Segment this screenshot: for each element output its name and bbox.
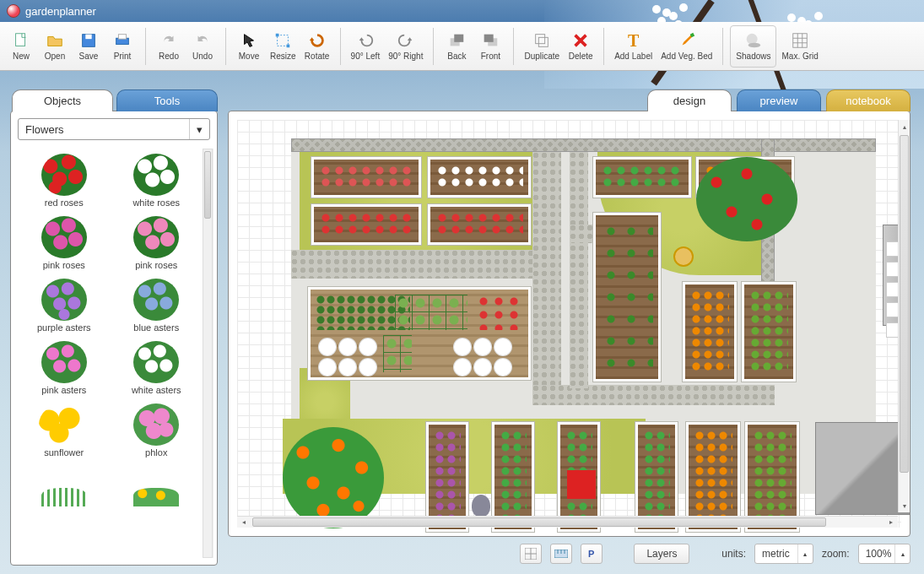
flower-icon [133,403,179,446]
delete-button[interactable]: Delete [565,25,597,68]
move-button[interactable]: Move [233,25,265,68]
p-button[interactable]: P [581,544,602,564]
palette-item[interactable]: white roses [112,152,202,208]
canvas-vertical-scrollbar[interactable]: ▴▾ [898,120,910,512]
grid-toggle-button[interactable] [520,544,542,564]
tab-objects[interactable]: Objects [12,89,113,111]
palette-scrollbar[interactable] [203,149,213,558]
rotate-label: Rotate [305,51,329,61]
front-icon [481,31,500,50]
rotate-button[interactable]: Rotate [301,25,333,68]
carrot-icon [678,31,696,50]
undo-label: Undo [192,51,213,61]
shadows-label: Shadows [736,51,770,61]
duplicate-label: Duplicate [524,51,559,61]
palette-item[interactable]: white asters [112,339,202,395]
status-bar: P Layers units: metric▴ zoom: 100%▴ [228,540,910,567]
redo-button[interactable]: Redo [153,25,185,68]
move-label: Move [239,51,259,61]
front-label: Front [481,51,500,61]
category-dropdown[interactable]: Flowers ▾ [18,118,210,140]
rotate-left-label: 90° Left [351,51,381,61]
rotate-left-button[interactable]: 90° Left [348,25,384,68]
new-button[interactable]: New [5,25,37,68]
category-dropdown-value: Flowers [25,123,64,136]
flower-icon [41,341,87,383]
svg-rect-16 [793,34,808,48]
add-label-button[interactable]: TAdd Label [611,25,656,68]
zoom-select[interactable]: 100%▴ [858,544,910,564]
flower-icon [133,154,179,196]
undo-button[interactable]: Undo [186,25,219,68]
units-select[interactable]: metric▴ [754,544,813,564]
palette-item-label: white asters [132,385,181,395]
toolbar-separator [603,28,604,65]
palette-item-label: pink roses [135,260,177,270]
palette-item-label: white roses [132,198,180,208]
tab-design[interactable]: design [647,89,732,111]
palette-item[interactable]: purple asters [19,277,109,333]
palette-item[interactable]: blue asters [112,277,202,333]
palette-item[interactable]: pink asters [19,339,109,395]
palette-item[interactable]: pink roses [19,214,109,270]
layers-button[interactable]: Layers [634,544,689,564]
tab-objects-label: Objects [44,95,81,107]
toolbar-separator [225,28,226,65]
flower-icon [41,154,87,196]
flower-icon [41,216,87,258]
add-veg-bed-button[interactable]: Add Veg. Bed [657,25,716,68]
tab-notebook[interactable]: notebook [826,89,910,111]
rotate-left-icon [356,31,375,50]
zoom-value: 100% [866,548,892,560]
shadows-toggle[interactable]: Shadows [730,25,776,68]
back-label: Back [447,51,466,61]
tab-tools[interactable]: Tools [116,89,218,111]
print-label: Print [114,51,132,61]
flower-icon [133,341,179,383]
svg-rect-11 [484,35,494,42]
toolbar-separator [340,28,341,65]
palette-item[interactable]: pink roses [112,214,202,270]
save-disk-icon [79,31,98,50]
duplicate-icon [532,31,551,50]
select-arrow-icon: ▴ [894,544,910,563]
undo-icon [193,31,212,50]
objects-panel: Flowers ▾ red roses white roses pink ros… [10,111,218,566]
rotate-icon [308,31,327,50]
scarecrow-icon [671,246,696,272]
delete-x-icon [571,31,590,50]
design-canvas[interactable] [237,120,901,528]
tab-preview[interactable]: preview [737,89,821,111]
canvas-horizontal-scrollbar[interactable]: ◂▸ [237,516,898,528]
rotate-right-button[interactable]: 90° Right [385,25,426,68]
ruler-icon [554,550,568,558]
add-label-label: Add Label [614,51,652,61]
open-button[interactable]: Open [39,25,71,68]
palette-item[interactable]: red roses [19,152,109,208]
ruler-toggle-button[interactable] [550,544,572,564]
design-canvas-wrap: ▴▾ ◂▸ [228,111,910,537]
svg-rect-12 [536,35,545,44]
palette-item[interactable]: sunflower [19,402,109,458]
palette-item[interactable] [112,464,202,510]
duplicate-button[interactable]: Duplicate [521,25,563,68]
save-button[interactable]: Save [73,25,105,68]
svg-rect-5 [278,35,289,46]
bring-front-button[interactable]: Front [474,25,506,68]
svg-rect-7 [287,45,290,48]
fruit-tree [283,427,384,528]
palette-item[interactable]: phlox [112,402,202,458]
add-veg-bed-label: Add Veg. Bed [661,51,712,61]
open-label: Open [45,51,65,61]
print-button[interactable]: Print [106,25,138,68]
send-back-button[interactable]: Back [440,25,473,68]
back-icon [447,31,466,50]
flower-icon [39,403,89,446]
palette-item[interactable] [19,464,109,510]
resize-button[interactable]: Resize [267,25,300,68]
units-label: units: [721,548,746,560]
max-grid-button[interactable]: Max. Grid [778,25,821,68]
app-logo-icon [7,4,20,18]
flower-icon [133,216,179,258]
svg-rect-6 [276,34,279,37]
